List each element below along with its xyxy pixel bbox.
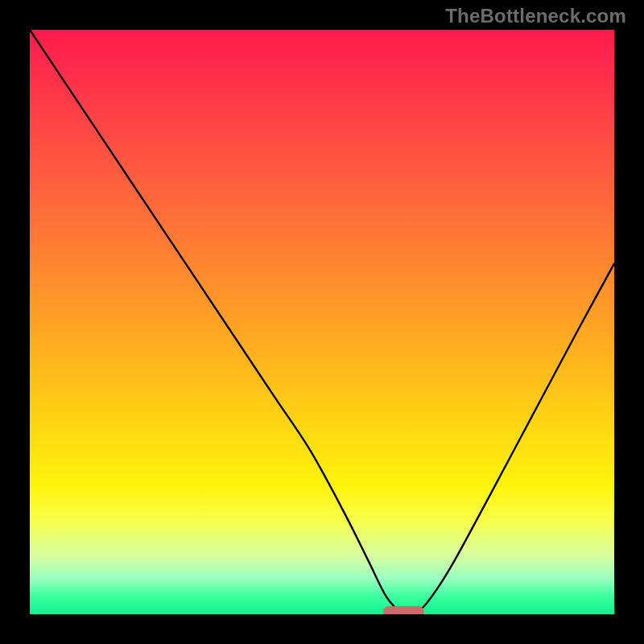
watermark-text: TheBottleneck.com [445,5,626,27]
svg-rect-0 [383,606,424,614]
bottleneck-curve [30,30,614,614]
plot-area [30,30,614,614]
optimal-marker [383,606,424,614]
chart-frame: TheBottleneck.com [0,0,644,644]
